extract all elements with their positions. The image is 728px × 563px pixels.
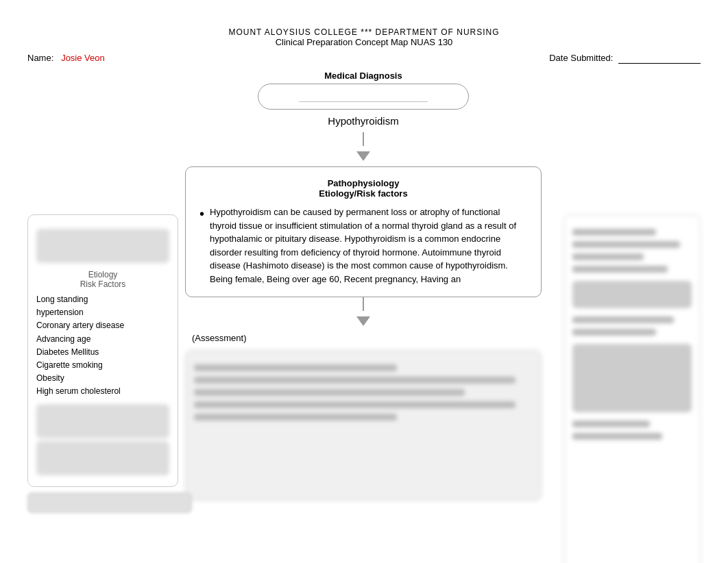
institution-title: MOUNT ALOYSIUS COLLEGE *** DEPARTMENT OF… [0,27,728,37]
risk-item-4: Advancing age [36,333,169,346]
patho-subtitle: Etiology/Risk factors [199,188,527,199]
patho-text-content: Hypothyroidism can be caused by permanen… [210,205,527,286]
right-blur-5 [572,316,674,323]
etiology-label: Etiology [36,270,169,279]
right-blur-6 [572,329,656,336]
right-panel [563,214,701,563]
blur-line-2 [194,377,515,384]
risk-item-3: Coronary artery disease [36,319,169,332]
name-value: Josie Veon [61,53,105,63]
arrow-container [185,132,542,161]
blur-block-1 [36,229,169,263]
risk-item-6: Cigarette smoking [36,359,169,372]
assessment-label: (Assessment) [185,333,542,343]
bottom-strip [27,492,192,513]
blur-line-1 [194,364,397,371]
left-panel: Etiology Risk Factors Long standing hype… [27,214,178,513]
blur-line-5 [194,414,397,421]
left-panel-inner: Etiology Risk Factors Long standing hype… [27,214,178,487]
risk-factors-label: Risk Factors [36,279,169,289]
left-blurred-top [36,229,169,263]
blur-line-3 [194,389,465,396]
risk-item-8: High serum cholesterol [36,385,169,398]
diagnosis-oval: ________________________ [258,84,470,110]
risk-item-5: Diabetes Mellitus [36,346,169,359]
right-blur-7 [572,421,650,427]
right-blur-block-1 [572,281,692,308]
right-blur-4 [572,266,668,273]
right-blur-8 [572,433,662,440]
arrow-container-2 [185,297,542,326]
risk-item-1: Long standing [36,293,169,306]
medical-diagnosis-label: Medical Diagnosis [324,71,402,81]
arrow-down-2 [356,316,370,326]
right-blur-1 [572,229,656,236]
header: MOUNT ALOYSIUS COLLEGE *** DEPARTMENT OF… [0,0,728,47]
name-label: Name: [27,53,53,63]
date-label: Date Submitted: [549,53,613,63]
diagnosis-oval-text: ________________________ [300,91,428,102]
etiology-section: Etiology Risk Factors [36,270,169,289]
bullet-dot: • [199,205,204,286]
center-column: Medical Diagnosis ______________________… [185,71,542,501]
right-blur-3 [572,253,644,260]
risk-list: Long standing hypertension Coronary arte… [36,293,169,399]
blur-line-4 [194,401,515,408]
left-blurred-bottom [36,404,169,475]
patho-title: Pathophysiology [199,178,527,188]
course-title: Clinical Preparation Concept Map NUAS 13… [0,37,728,47]
arrow-down [356,151,370,161]
arrow-line-2 [363,297,364,311]
right-blur-2 [572,241,680,248]
medical-diagnosis-section: Medical Diagnosis ______________________… [185,71,542,127]
patho-content: • Hypothyroidism can be caused by perman… [199,205,527,286]
diagnosis-value: Hypothyroidism [328,115,398,127]
date-section: Date Submitted: [549,53,701,64]
arrow-line [363,132,364,146]
date-underline [618,53,701,64]
assessment-blurred-box [185,350,542,501]
blur-block-3 [36,441,169,475]
name-date-row: Name: Josie Veon Date Submitted: [0,50,728,64]
pathophysiology-box: Pathophysiology Etiology/Risk factors • … [185,166,542,297]
blur-block-2 [36,404,169,438]
risk-item-2: hypertension [36,306,169,319]
right-blur-block-2 [572,344,692,412]
right-panel-inner [563,214,701,563]
main-area: Medical Diagnosis ______________________… [0,71,728,563]
risk-item-7: Obesity [36,372,169,385]
name-section: Name: Josie Veon [27,53,105,64]
